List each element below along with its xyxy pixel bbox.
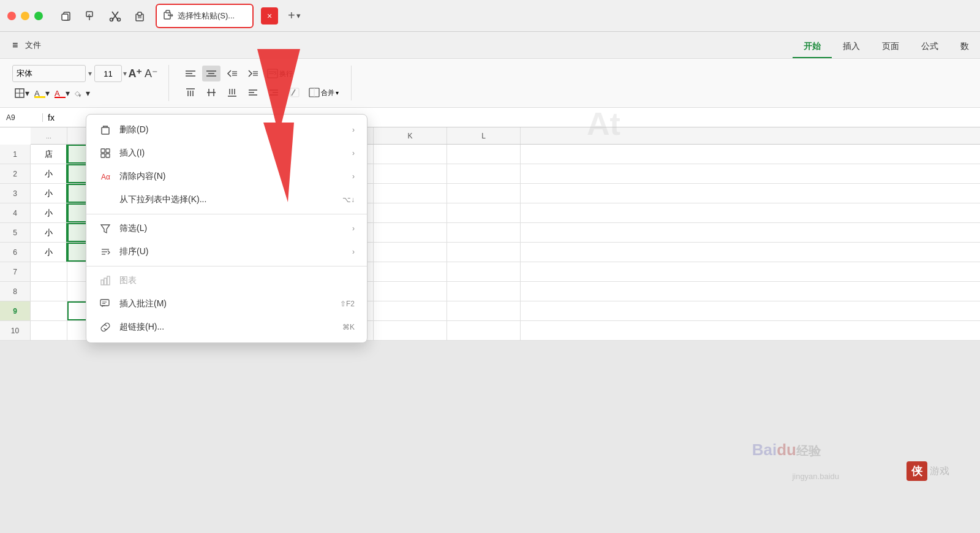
- cell-k5[interactable]: [374, 223, 447, 242]
- close-highlight-button[interactable]: ×: [261, 7, 278, 25]
- cell-partial-10[interactable]: [31, 321, 67, 340]
- font-row1: 宋体 ▾ 11 ▾ A⁺ A⁻: [12, 65, 159, 82]
- row-header-4: 4: [0, 203, 31, 222]
- col-header-l[interactable]: L: [447, 127, 521, 144]
- cell-partial-6[interactable]: 小: [31, 243, 67, 262]
- tab-insert[interactable]: 插入: [832, 36, 871, 58]
- align-top-button[interactable]: [181, 85, 200, 100]
- menu-item-comment[interactable]: 插入批注(M) ⇧F2: [86, 292, 367, 316]
- merge-cells-button[interactable]: 合并 ▾: [306, 86, 341, 99]
- minimize-traffic-light[interactable]: [21, 12, 29, 20]
- cell-partial-8[interactable]: [31, 282, 67, 301]
- cut-button[interactable]: [104, 5, 126, 27]
- tab-home[interactable]: 开始: [793, 36, 832, 58]
- cell-l8[interactable]: [447, 282, 521, 301]
- cell-l2[interactable]: [447, 164, 521, 183]
- menu-item-hyperlink[interactable]: 超链接(H)... ⌘K: [86, 316, 367, 339]
- menu-item-clear[interactable]: Aα 清除内容(N) ›: [86, 165, 367, 188]
- menu-item-picklist[interactable]: 从下拉列表中选择(K)... ⌥↓: [86, 188, 367, 211]
- align-middle-button[interactable]: [202, 85, 221, 100]
- cell-partial-1[interactable]: 店: [31, 145, 67, 164]
- font-family-input[interactable]: 宋体: [12, 65, 86, 82]
- merge-dropdown-icon[interactable]: ▾: [336, 89, 339, 96]
- cell-k3[interactable]: [374, 184, 447, 203]
- menu-arrow-filter: ›: [352, 224, 355, 233]
- menu-label-delete: 删除(D): [119, 124, 345, 135]
- svg-rect-78: [104, 278, 107, 285]
- svg-rect-69: [106, 149, 110, 153]
- close-traffic-light[interactable]: [7, 12, 16, 20]
- comment-icon: [99, 298, 112, 309]
- align-right-button[interactable]: [265, 85, 283, 100]
- tab-page[interactable]: 页面: [871, 36, 910, 58]
- row-header-6: 6: [0, 243, 31, 262]
- font-size-decrease-button[interactable]: A⁻: [144, 67, 159, 80]
- col-header-partial: ...: [31, 127, 67, 144]
- cell-k10[interactable]: [374, 321, 447, 340]
- font-dropdown-icon[interactable]: ▾: [88, 69, 92, 78]
- align-left2-button[interactable]: [244, 85, 262, 100]
- cell-k2[interactable]: [374, 164, 447, 183]
- text-rotate-button[interactable]: [285, 85, 304, 100]
- row-header-7: 7: [0, 262, 31, 281]
- svg-rect-79: [107, 276, 110, 285]
- align-left-button[interactable]: [181, 66, 200, 81]
- menu-item-insert[interactable]: 插入(I) ›: [86, 142, 367, 165]
- copy-button[interactable]: [55, 5, 77, 27]
- cell-k6[interactable]: [374, 243, 447, 262]
- font-color-button[interactable]: A▾: [53, 85, 71, 101]
- font-size-increase-button[interactable]: A⁺: [128, 67, 143, 80]
- menu-shortcut-picklist: ⌥↓: [342, 195, 355, 204]
- paste-special-button[interactable]: 选择性粘贴(S)...: [156, 4, 254, 28]
- cell-partial-7[interactable]: [31, 262, 67, 281]
- cell-l5[interactable]: [447, 223, 521, 242]
- cell-partial-2[interactable]: 小: [31, 164, 67, 183]
- cell-partial-5[interactable]: 小: [31, 223, 67, 242]
- font-size-dropdown-icon[interactable]: ▾: [123, 69, 127, 78]
- menu-item-delete[interactable]: 删除(D) ›: [86, 118, 367, 142]
- align-center-button[interactable]: [202, 66, 221, 81]
- wrap-text-button[interactable]: 换行: [265, 67, 295, 80]
- tab-data[interactable]: 数: [949, 36, 980, 58]
- cell-l1[interactable]: [447, 145, 521, 164]
- row-header-9: 9: [0, 301, 31, 320]
- cell-l6[interactable]: [447, 243, 521, 262]
- menu-item-sort[interactable]: 排序(U) ›: [86, 240, 367, 263]
- hamburger-icon[interactable]: ≡: [12, 40, 18, 51]
- cell-l10[interactable]: [447, 321, 521, 340]
- cell-k1[interactable]: [374, 145, 447, 164]
- format-painter-button[interactable]: A: [80, 5, 102, 27]
- indent-increase-button[interactable]: [244, 66, 262, 81]
- maximize-traffic-light[interactable]: [34, 12, 43, 20]
- cell-partial-9[interactable]: [31, 301, 67, 320]
- cell-reference[interactable]: A9: [6, 113, 43, 122]
- align-bottom-button[interactable]: [223, 85, 241, 100]
- cell-k7[interactable]: [374, 262, 447, 281]
- clear-format-button[interactable]: ◇▾▾: [73, 85, 91, 101]
- menu-shortcut-comment: ⇧F2: [340, 300, 355, 308]
- font-size-input[interactable]: 11: [94, 65, 122, 82]
- cell-l4[interactable]: [447, 203, 521, 222]
- indent-decrease-button[interactable]: [223, 66, 241, 81]
- menu-item-filter[interactable]: 筛选(L) ›: [86, 217, 367, 240]
- borders-button[interactable]: ▾: [12, 85, 31, 101]
- col-header-k[interactable]: K: [374, 127, 447, 144]
- dropdown-arrow-icon: ▾: [296, 11, 301, 20]
- ribbon-tabs: 开始 插入 页面 公式 数: [793, 32, 980, 58]
- cell-l7[interactable]: [447, 262, 521, 281]
- font-row2: ▾ A▾ A▾ ◇▾▾: [12, 85, 159, 101]
- tab-formula[interactable]: 公式: [910, 36, 949, 58]
- paste-button[interactable]: [129, 5, 151, 27]
- cell-partial-3[interactable]: 小: [31, 184, 67, 203]
- chart-icon: [99, 275, 112, 286]
- cell-l9[interactable]: [447, 301, 521, 320]
- file-menu[interactable]: 文件: [25, 40, 41, 51]
- cell-partial-4[interactable]: 小: [31, 203, 67, 222]
- cell-k8[interactable]: [374, 282, 447, 301]
- cell-l3[interactable]: [447, 184, 521, 203]
- cell-k4[interactable]: [374, 203, 447, 222]
- cell-k9[interactable]: [374, 301, 447, 320]
- fill-color-button[interactable]: A▾: [32, 85, 51, 101]
- menu-arrow-delete: ›: [352, 126, 355, 134]
- add-sheet-button[interactable]: + ▾: [288, 9, 301, 23]
